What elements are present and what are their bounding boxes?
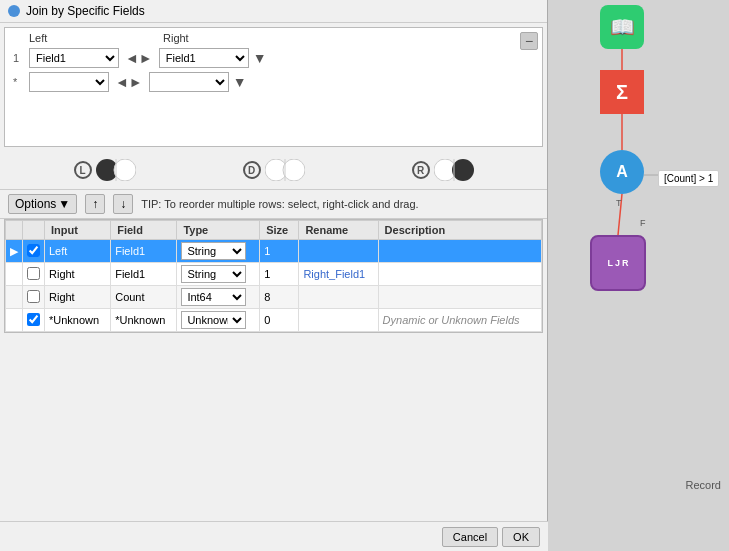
join-label-l: L bbox=[607, 258, 613, 268]
svg-point-7 bbox=[452, 159, 474, 181]
dropdown-arrow-1: ▼ bbox=[253, 50, 267, 66]
row-field: Field1 bbox=[111, 263, 177, 286]
inner-toggle-group: D bbox=[243, 159, 305, 181]
type-select[interactable]: Unknown bbox=[181, 311, 246, 329]
join-arrows-1: ◄► bbox=[125, 50, 153, 66]
main-table-body: ▶ Left Field1 String 1 bbox=[6, 240, 542, 332]
right-field-empty[interactable] bbox=[149, 72, 229, 92]
right-toggle-letter: R bbox=[412, 161, 430, 179]
left-toggle-letter: L bbox=[74, 161, 92, 179]
row-description: Dynamic or Unknown Fields bbox=[378, 309, 541, 332]
row-type: String bbox=[177, 240, 260, 263]
row-rename bbox=[299, 309, 378, 332]
row-rename bbox=[299, 286, 378, 309]
book-icon: 📖 bbox=[610, 15, 635, 39]
row-arrow bbox=[6, 286, 23, 309]
row-arrow bbox=[6, 309, 23, 332]
row-size: 0 bbox=[260, 309, 299, 332]
row-checkbox-cell bbox=[23, 309, 45, 332]
table-row: Right Count Int64 8 bbox=[6, 286, 542, 309]
row-rename: Right_Field1 bbox=[299, 263, 378, 286]
cancel-button[interactable]: Cancel bbox=[442, 527, 498, 547]
minimize-button[interactable]: − bbox=[520, 32, 538, 50]
row-input: Right bbox=[45, 263, 111, 286]
filter-icon: A bbox=[616, 163, 628, 181]
row-description bbox=[378, 240, 541, 263]
row-checkbox[interactable] bbox=[27, 290, 40, 303]
join-row-1: 1 Field1 ◄► Field1 ▼ bbox=[9, 48, 538, 68]
count-badge: [Count] > 1 bbox=[658, 170, 719, 187]
right-toggle-icon[interactable] bbox=[434, 159, 474, 181]
left-toggle-icon[interactable] bbox=[96, 159, 136, 181]
row-arrow: ▶ bbox=[6, 240, 23, 263]
col-input: Input bbox=[45, 221, 111, 240]
options-button[interactable]: Options ▼ bbox=[8, 194, 77, 214]
row-checkbox-cell bbox=[23, 286, 45, 309]
book-node[interactable]: 📖 bbox=[600, 5, 644, 49]
left-header: Left bbox=[29, 32, 139, 44]
left-field-1[interactable]: Field1 bbox=[29, 48, 119, 68]
type-select[interactable]: String bbox=[181, 242, 246, 260]
svg-point-1 bbox=[114, 159, 136, 181]
move-down-button[interactable]: ↓ bbox=[113, 194, 133, 214]
toggle-row: L D R bbox=[0, 151, 547, 189]
row-rename bbox=[299, 240, 378, 263]
inner-toggle-icon[interactable] bbox=[265, 159, 305, 181]
table-row: Right Field1 String 1 Right_Field1 bbox=[6, 263, 542, 286]
options-bar: Options ▼ ↑ ↓ TIP: To reorder multiple r… bbox=[0, 189, 547, 219]
join-fields-panel: − Left Right 1 Field1 ◄► Field1 ▼ * ◄► bbox=[4, 27, 543, 147]
table-row: ▶ Left Field1 String 1 bbox=[6, 240, 542, 263]
row-checkbox[interactable] bbox=[27, 313, 40, 326]
right-header: Right bbox=[163, 32, 273, 44]
move-up-button[interactable]: ↑ bbox=[85, 194, 105, 214]
right-field-1[interactable]: Field1 bbox=[159, 48, 249, 68]
join-row-empty: * ◄► ▼ bbox=[9, 72, 538, 92]
tip-text: TIP: To reorder multiple rows: select, r… bbox=[141, 198, 418, 210]
row-input: *Unknown bbox=[45, 309, 111, 332]
join-label-r: R bbox=[622, 258, 629, 268]
join-label-j: J bbox=[615, 258, 620, 268]
dropdown-arrow-empty: ▼ bbox=[233, 74, 247, 90]
filter-node[interactable]: A bbox=[600, 150, 644, 194]
join-header: Left Right bbox=[9, 32, 538, 44]
false-label: F bbox=[640, 218, 646, 228]
row-type: Unknown bbox=[177, 309, 260, 332]
main-table: Input Field Type Size Rename Description… bbox=[5, 220, 542, 332]
left-toggle-group: L bbox=[74, 159, 136, 181]
title-text: Join by Specific Fields bbox=[26, 4, 145, 18]
row-type: Int64 bbox=[177, 286, 260, 309]
row-type: String bbox=[177, 263, 260, 286]
sigma-node[interactable]: Σ bbox=[600, 70, 644, 114]
row-description bbox=[378, 286, 541, 309]
col-description: Description bbox=[378, 221, 541, 240]
row-checkbox[interactable] bbox=[27, 267, 40, 280]
right-panel: 📖 Σ A L J R [Count] > 1 T F Results - Jo… bbox=[548, 0, 729, 551]
join-node[interactable]: L J R bbox=[590, 235, 646, 291]
row-checkbox-cell bbox=[23, 240, 45, 263]
true-label: T bbox=[616, 198, 622, 208]
row-input: Right bbox=[45, 286, 111, 309]
sigma-icon: Σ bbox=[616, 81, 628, 104]
row-checkbox[interactable] bbox=[27, 244, 40, 257]
table-row: *Unknown *Unknown Unknown 0 Dynamic or U… bbox=[6, 309, 542, 332]
row-size: 1 bbox=[260, 240, 299, 263]
left-field-empty[interactable] bbox=[29, 72, 109, 92]
row-description bbox=[378, 263, 541, 286]
join-arrows-empty: ◄► bbox=[115, 74, 143, 90]
left-panel: Join by Specific Fields − Left Right 1 F… bbox=[0, 0, 548, 551]
right-toggle-group: R bbox=[412, 159, 474, 181]
ok-button[interactable]: OK bbox=[502, 527, 540, 547]
col-arrow bbox=[6, 221, 23, 240]
row-arrow bbox=[6, 263, 23, 286]
row-field: *Unknown bbox=[111, 309, 177, 332]
col-size: Size bbox=[260, 221, 299, 240]
row-input: Left bbox=[45, 240, 111, 263]
type-select[interactable]: String bbox=[181, 265, 246, 283]
col-checkbox bbox=[23, 221, 45, 240]
workflow-area: 📖 Σ A L J R [Count] > 1 T F bbox=[548, 0, 729, 330]
type-select[interactable]: Int64 bbox=[181, 288, 246, 306]
main-table-container: Input Field Type Size Rename Description… bbox=[4, 219, 543, 333]
row-field: Count bbox=[111, 286, 177, 309]
title-icon bbox=[8, 5, 20, 17]
row-size: 1 bbox=[260, 263, 299, 286]
